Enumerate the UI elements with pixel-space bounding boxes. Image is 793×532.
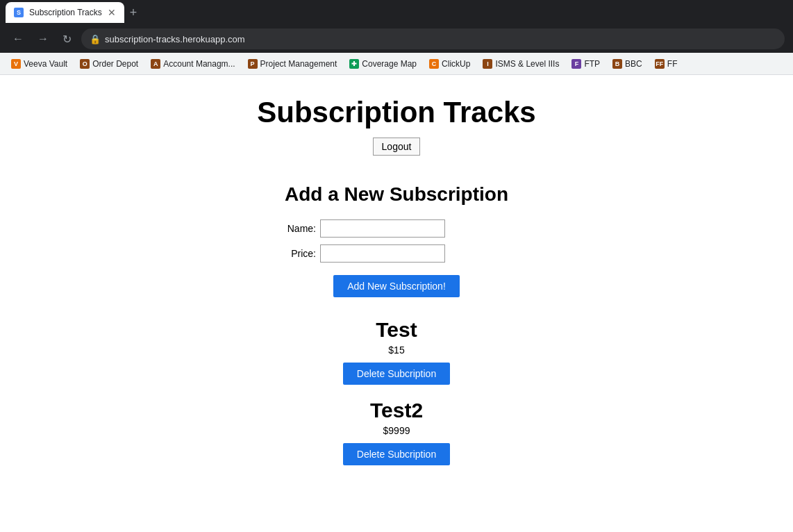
price-field-group: Price:: [285, 244, 508, 263]
subscription-price: $15: [343, 344, 450, 356]
price-input[interactable]: [320, 244, 445, 263]
subscription-item-test: Test $15 Delete Subcription: [343, 318, 450, 385]
delete-subscription-button-test[interactable]: Delete Subcription: [343, 363, 450, 385]
bookmark-ff[interactable]: FF FF: [649, 58, 683, 70]
address-input[interactable]: 🔒 subscription-tracks.herokuapp.com: [81, 28, 785, 49]
bookmark-clickup[interactable]: C ClickUp: [424, 58, 476, 70]
bookmark-favicon: F: [571, 59, 581, 69]
form-section-title: Add a New Subscription: [285, 183, 508, 206]
bookmark-label: Project Management: [260, 59, 337, 69]
bookmark-label: ClickUp: [442, 59, 470, 69]
bookmark-label: FTP: [584, 59, 600, 69]
bookmark-ftp[interactable]: F FTP: [566, 58, 606, 70]
bookmark-favicon: ✚: [349, 59, 359, 69]
add-subscription-form: Add a New Subscription Name: Price: Add …: [285, 183, 508, 318]
tab-favicon: S: [14, 8, 24, 17]
bookmark-label: FF: [667, 59, 678, 69]
subscription-price: $9999: [343, 425, 450, 436]
bookmark-label: ISMS & Level IIIs: [495, 59, 559, 69]
bookmarks-bar: V Veeva Vault O Order Depot A Account Ma…: [0, 53, 793, 75]
tab-close-button[interactable]: ✕: [108, 8, 116, 17]
subscription-item-test2: Test2 $9999 Delete Subcription: [343, 399, 450, 465]
subscription-name: Test: [343, 318, 450, 342]
bookmark-label: Order Depot: [92, 59, 138, 69]
bookmark-favicon: A: [151, 59, 160, 69]
bookmark-favicon: I: [483, 59, 492, 69]
bookmark-favicon: P: [248, 59, 258, 69]
lock-icon: 🔒: [90, 34, 101, 44]
logout-button[interactable]: Logout: [373, 138, 421, 156]
price-label: Price:: [285, 248, 316, 259]
bookmark-favicon: FF: [655, 59, 665, 69]
active-tab[interactable]: S Subscription Tracks ✕: [6, 2, 124, 23]
browser-chrome: S Subscription Tracks ✕ + ← → ↻ 🔒 subscr…: [0, 0, 793, 75]
page-title: Subscription Tracks: [257, 96, 535, 129]
reload-button[interactable]: ↻: [58, 30, 76, 49]
name-input[interactable]: [320, 219, 445, 238]
name-field-group: Name:: [285, 219, 508, 238]
bookmark-account-management[interactable]: A Account Managm...: [145, 58, 240, 70]
bookmark-project-management[interactable]: P Project Management: [242, 58, 343, 70]
bookmark-isms[interactable]: I ISMS & Level IIIs: [477, 58, 565, 70]
bookmark-favicon: V: [11, 59, 21, 69]
bookmark-label: Account Managm...: [163, 59, 235, 69]
bookmark-label: Coverage Map: [362, 59, 417, 69]
bookmark-coverage-map[interactable]: ✚ Coverage Map: [344, 58, 422, 70]
bookmark-order-depot[interactable]: O Order Depot: [74, 58, 144, 70]
name-label: Name:: [285, 223, 316, 234]
delete-subscription-button-test2[interactable]: Delete Subcription: [343, 443, 450, 465]
forward-button[interactable]: →: [33, 30, 53, 48]
bookmark-favicon: B: [612, 59, 622, 69]
bookmark-veeva-vault[interactable]: V Veeva Vault: [6, 58, 73, 70]
address-bar: ← → ↻ 🔒 subscription-tracks.herokuapp.co…: [0, 25, 793, 53]
add-subscription-button[interactable]: Add New Subscription!: [333, 275, 460, 297]
bookmark-favicon: C: [429, 59, 439, 69]
back-button[interactable]: ←: [8, 30, 28, 48]
subscription-name: Test2: [343, 399, 450, 422]
page-content: Subscription Tracks Logout Add a New Sub…: [0, 75, 793, 513]
bookmark-bbc[interactable]: B BBC: [607, 58, 648, 70]
new-tab-button[interactable]: +: [127, 3, 140, 23]
tab-bar: S Subscription Tracks ✕ +: [0, 0, 793, 25]
bookmark-favicon: O: [80, 59, 90, 69]
bookmark-label: Veeva Vault: [24, 59, 67, 69]
tab-title: Subscription Tracks: [29, 8, 102, 17]
bookmark-label: BBC: [625, 59, 642, 69]
address-text: subscription-tracks.herokuapp.com: [105, 34, 245, 44]
